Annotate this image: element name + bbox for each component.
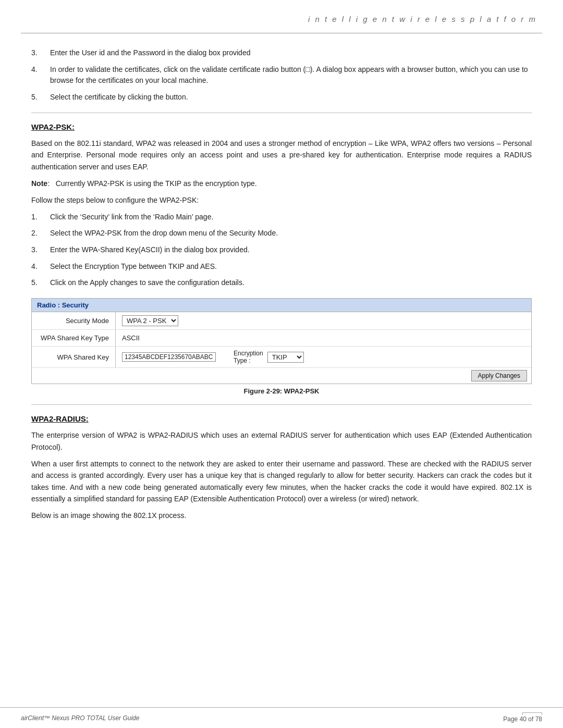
list-item: 2. Select the WPA2-PSK from the drop dow…	[31, 228, 532, 239]
shared-key-input[interactable]	[122, 352, 216, 362]
panel-row-shared-key: WPA Shared Key EncryptionType : TKIP AES	[32, 347, 531, 368]
footer-right-area: Page 40 of 78	[503, 713, 542, 723]
encryption-select[interactable]: TKIP AES	[267, 352, 304, 363]
wpa2psk-heading: WPA2-PSK:	[31, 122, 532, 131]
step-num: 5.	[31, 92, 50, 103]
step-num: 1.	[31, 212, 50, 223]
security-mode-value: WPA 2 - PSK	[116, 312, 531, 329]
figure-caption: Figure 2-29: WPA2-PSK	[31, 387, 532, 395]
step-num: 3.	[31, 47, 50, 59]
step-text: Click the ‘Security’ link from the ‘Radi…	[50, 212, 532, 223]
list-item: 3. Enter the User id and the Password in…	[31, 47, 532, 59]
footer-page: Page 40 of 78	[503, 715, 542, 723]
step-text: Select the WPA2-PSK from the drop down m…	[50, 228, 532, 239]
step-text: Enter the User id and the Password in th…	[50, 47, 532, 59]
step-text: Click on the Apply changes to save the c…	[50, 277, 532, 289]
list-item: 1. Click the ‘Security’ link from the ‘R…	[31, 212, 532, 223]
wpa2radius-section: WPA2-RADIUS: The enterprise version of W…	[31, 414, 532, 522]
wpa2psk-description: Based on the 802.11i standard, WPA2 was …	[31, 138, 532, 172]
step-num: 3.	[31, 244, 50, 256]
header-tagline: i n t e l l i g e n t w i r e l e s s p …	[308, 15, 537, 23]
shared-key-value: EncryptionType : TKIP AES	[116, 347, 531, 367]
intro-steps: 3. Enter the User id and the Password in…	[31, 47, 532, 103]
panel-row-key-type: WPA Shared Key Type ASCII	[32, 330, 531, 347]
key-type-text: ASCII	[122, 334, 140, 342]
panel-row-security-mode: Security Mode WPA 2 - PSK	[32, 312, 531, 330]
main-content: 3. Enter the User id and the Password in…	[0, 37, 563, 542]
step-text: Select the certificate by clicking the b…	[50, 92, 532, 103]
section-divider	[31, 113, 532, 113]
key-type-label: WPA Shared Key Type	[32, 331, 115, 345]
encryption-area: EncryptionType : TKIP AES	[234, 350, 304, 364]
note-text: Currently WPA2-PSK is using the TKIP as …	[56, 179, 257, 188]
shared-key-label: WPA Shared Key	[32, 350, 115, 364]
step-num: 4.	[31, 64, 50, 87]
wpa2psk-section: WPA2-PSK: Based on the 802.11i standard,…	[31, 122, 532, 289]
footer: airClient™ Nexus PRO TOTAL User Guide Pa…	[0, 707, 563, 728]
list-item: 4. In order to validate the certificates…	[31, 64, 532, 87]
step-num: 5.	[31, 277, 50, 289]
footer-left: airClient™ Nexus PRO TOTAL User Guide	[21, 714, 139, 722]
security-mode-select[interactable]: WPA 2 - PSK	[122, 315, 178, 326]
section-divider-2	[31, 404, 532, 405]
step-text: Enter the WPA-Shared Key(ASCII) in the d…	[50, 244, 532, 256]
panel-actions-row: Apply Changes	[32, 368, 531, 384]
note-label: Note	[31, 179, 47, 188]
wpa2psk-steps: 1. Click the ‘Security’ link from the ‘R…	[31, 212, 532, 289]
wpa2radius-para3: Below is an image showing the 802.1X pro…	[31, 510, 532, 521]
encryption-label: EncryptionType :	[234, 350, 263, 364]
radio-security-panel: Radio : Security Security Mode WPA 2 - P…	[31, 298, 532, 384]
step-text: Select the Encryption Type between TKIP …	[50, 261, 532, 273]
wpa2psk-note: Note: Currently WPA2-PSK is using the TK…	[31, 178, 532, 189]
footer-tab	[522, 712, 542, 715]
panel-title: Radio : Security	[32, 299, 531, 312]
list-item: 4. Select the Encryption Type between TK…	[31, 261, 532, 273]
security-mode-label: Security Mode	[32, 314, 115, 328]
step-num: 4.	[31, 261, 50, 273]
header-area: i n t e l l i g e n t w i r e l e s s p …	[0, 0, 563, 37]
step-text: In order to validate the certificates, c…	[50, 64, 532, 87]
step-num: 2.	[31, 228, 50, 239]
wpa2radius-para1: The enterprise version of WPA2 is WPA2-R…	[31, 429, 532, 453]
list-item: 3. Enter the WPA-Shared Key(ASCII) in th…	[31, 244, 532, 256]
list-item: 5. Select the certificate by clicking th…	[31, 92, 532, 103]
follow-text: Follow the steps below to configure the …	[31, 194, 532, 206]
header-rule	[21, 26, 542, 37]
wpa2radius-para2: When a user first attempts to connect to…	[31, 458, 532, 505]
wpa2radius-heading: WPA2-RADIUS:	[31, 414, 532, 423]
key-type-value: ASCII	[116, 331, 531, 345]
list-item: 5. Click on the Apply changes to save th…	[31, 277, 532, 289]
apply-changes-button[interactable]: Apply Changes	[471, 370, 527, 381]
